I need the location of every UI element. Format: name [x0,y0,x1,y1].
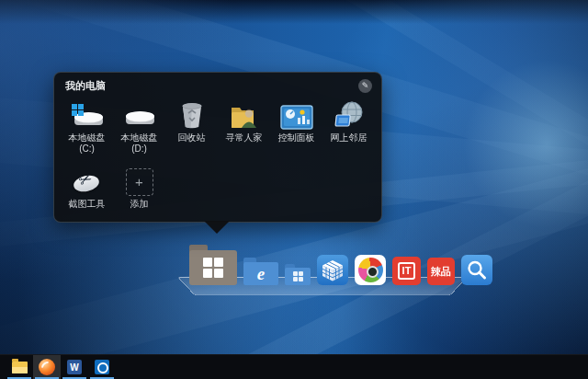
popup-item-label: 添加 [114,199,165,210]
windows-folder-icon [189,250,237,285]
dock-item-photo-app[interactable] [355,255,386,285]
dock-item-search[interactable] [461,255,492,285]
add-icon: + [126,163,153,196]
dock: e IT 辣品 [189,235,492,285]
popup-tail [204,221,230,234]
popup-title: 我的电脑 [65,79,106,93]
disk-c-icon [70,97,105,130]
my-computer-popup: 我的电脑 ✎ 本地磁盘 (C:) [53,72,382,223]
folder-icon [12,362,28,373]
edit-pencil-icon[interactable]: ✎ [358,79,372,93]
dock-item-mofang[interactable] [317,255,348,285]
desktop: 我的电脑 ✎ 本地磁盘 (C:) [0,0,588,379]
taskbar: W [0,354,588,379]
recycle-bin-icon [179,97,205,130]
popup-item-control-panel[interactable]: 控制面板 [270,97,322,155]
lapin-icon: 辣品 [431,265,451,279]
popup-item-label: 回收站 [166,132,218,144]
dock-item-apps-folder[interactable] [285,264,311,285]
word-icon: W [67,360,82,374]
popup-item-label: 寻常人家 [219,132,270,144]
windows-apps-folder-icon [285,268,311,285]
disk-d-icon [122,97,157,130]
popup-item-label: 本地磁盘 (D:) [114,132,165,155]
popup-item-user-folder[interactable]: 寻常人家 [218,97,270,155]
snipping-tool-icon: ✂ [73,163,102,196]
taskbar-item-ruanmei-desktop[interactable] [33,355,61,379]
ie-letter: e [257,265,265,282]
dock-item-my-computer[interactable] [189,245,237,285]
internet-explorer-icon: e [243,262,278,285]
dock-item-lapin[interactable]: 辣品 [427,258,455,285]
taskbar-item-word[interactable]: W [61,355,88,379]
control-panel-icon [280,97,313,130]
ithome-icon: IT [398,262,416,280]
popup-item-label: 网上邻居 [323,132,375,144]
orange-swirl-icon [39,359,55,375]
network-icon [334,97,365,130]
cube-icon [321,258,345,282]
popup-item-local-disk-d[interactable]: 本地磁盘 (D:) [113,97,165,155]
windows-logo-icon [203,258,223,278]
popup-item-grid: 本地磁盘 (C:) 本地磁盘 (D:) [61,97,375,222]
popup-item-network-places[interactable]: 网上邻居 [322,97,375,155]
blue-ring-icon [95,360,109,374]
popup-item-label: 控制面板 [271,132,322,144]
popup-item-add[interactable]: + 添加 [113,163,165,222]
taskbar-item-file-explorer[interactable] [6,355,33,379]
user-folder-icon [230,97,259,130]
popup-item-recycle-bin[interactable]: 回收站 [165,97,218,155]
dock-item-internet-explorer[interactable]: e [243,258,278,285]
popup-item-local-disk-c[interactable]: 本地磁盘 (C:) [61,97,113,155]
dock-item-ithome[interactable]: IT [392,257,421,285]
windows-logo-icon [293,271,303,281]
taskbar-item-mail[interactable] [88,355,116,379]
popup-item-label: 截图工具 [62,199,113,210]
plus-icon: + [126,168,153,196]
search-icon [465,258,489,282]
pinwheel-icon [358,258,383,282]
popup-item-snipping-tool[interactable]: ✂ 截图工具 [61,163,113,222]
popup-item-label: 本地磁盘 (C:) [62,132,113,155]
